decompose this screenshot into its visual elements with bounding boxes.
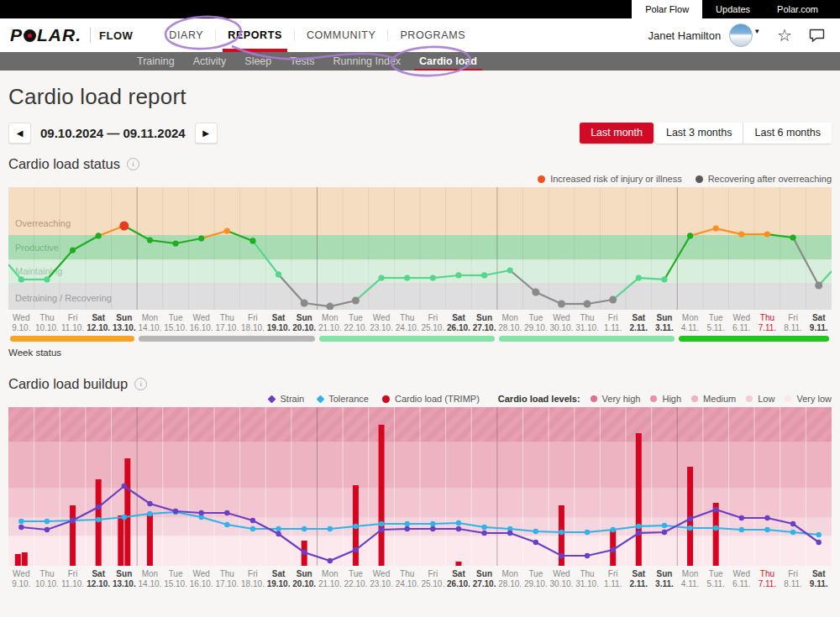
cardio-load-levels-label: Cardio load levels: — [498, 394, 580, 404]
range-button-last-month[interactable]: Last month — [580, 123, 654, 144]
axis-day-label: Wed16.10. — [188, 569, 214, 588]
nav-item-community[interactable]: COMMUNITY — [296, 18, 386, 52]
avatar[interactable] — [729, 24, 753, 47]
subnav-item-cardio-load[interactable]: Cardio load — [410, 52, 486, 71]
date-range: 09.10.2024 — 09.11.2024 — [40, 126, 186, 140]
buildup-x-axis: Wed9.10.Thu10.10.Fri11.10.Sat12.10.Sun13… — [8, 569, 832, 588]
prev-period-button[interactable]: ◀ — [8, 123, 31, 144]
legend-item: Tolerance — [318, 394, 369, 404]
axis-day-label: Sat19.10. — [265, 569, 291, 588]
info-icon[interactable]: i — [127, 158, 139, 170]
legend-diamond-icon — [268, 395, 276, 403]
legend-item: Very low — [785, 394, 832, 404]
axis-day-label: Mon4.11. — [677, 313, 703, 332]
main-nav: DIARYREPORTSCOMMUNITYPROGRAMS — [158, 18, 476, 52]
week-status-segment — [10, 336, 134, 342]
axis-day-label: Sat2.11. — [626, 569, 652, 588]
info-icon[interactable]: i — [134, 378, 147, 390]
polar-logo-text: PLAR. — [10, 25, 81, 45]
flow-label: FLOW — [99, 29, 133, 42]
topbar-tab-updates[interactable]: Updates — [702, 0, 764, 18]
range-button-last-6-months[interactable]: Last 6 months — [743, 123, 832, 144]
status-x-axis: Wed9.10.Thu10.10.Fri11.10.Sat12.10.Sun13… — [8, 313, 832, 332]
page-content: Cardio load report ◀ 09.10.2024 — 09.11.… — [0, 84, 840, 588]
status-legend: Increased risk of injury or illnessRecov… — [8, 173, 832, 185]
legend-label: Tolerance — [328, 394, 369, 404]
axis-day-label: Sat9.11. — [806, 569, 832, 588]
level-dot-icon — [746, 395, 753, 402]
legend-circle-icon — [382, 395, 390, 403]
axis-day-label: Tue22.10. — [343, 569, 369, 588]
axis-day-label: Sun3.11. — [652, 313, 678, 332]
axis-day-label: Wed23.10. — [369, 569, 395, 588]
axis-day-label: Tue29.10. — [523, 569, 549, 588]
legend-label: Low — [758, 394, 774, 404]
axis-day-label: Thu7.11. — [754, 313, 780, 332]
axis-day-label: Sat19.10. — [265, 313, 291, 332]
nav-item-reports[interactable]: REPORTS — [217, 18, 293, 52]
axis-day-label: Fri25.10. — [420, 313, 446, 332]
axis-day-label: Sat26.10. — [446, 313, 472, 332]
favorites-star-icon[interactable]: ☆ — [777, 27, 792, 44]
nav-divider — [387, 29, 388, 41]
range-button-last-3-months[interactable]: Last 3 months — [655, 123, 743, 144]
legend-item: Recovering after overreaching — [696, 174, 832, 184]
axis-day-label: Tue22.10. — [343, 313, 369, 332]
nav-item-diary[interactable]: DIARY — [158, 18, 214, 52]
next-period-button[interactable]: ▶ — [195, 123, 218, 144]
legend-item: Low — [746, 394, 774, 404]
axis-day-label: Thu31.10. — [575, 569, 601, 588]
svg-text:Detraining / Recovering: Detraining / Recovering — [15, 293, 112, 303]
report-controls: ◀ 09.10.2024 — 09.11.2024 ▶ Last monthLa… — [8, 123, 832, 144]
axis-day-label: Mon14.10. — [137, 569, 163, 588]
axis-day-label: Sun27.10. — [471, 569, 497, 588]
axis-day-label: Sat26.10. — [446, 569, 472, 588]
subnav-item-activity[interactable]: Activity — [184, 52, 236, 71]
subnav-item-training[interactable]: Training — [128, 52, 184, 71]
feedback-chat-icon[interactable] — [809, 29, 825, 42]
legend-diamond-icon — [317, 395, 325, 403]
week-status-segment — [679, 336, 829, 342]
header-right: Janet Hamilton ▼ ☆ — [648, 18, 840, 52]
subnav-item-sleep[interactable]: Sleep — [235, 52, 281, 71]
week-status-label: Week status — [8, 348, 832, 358]
topbar-tab-polarcom[interactable]: Polar.com — [764, 0, 832, 18]
axis-day-label: Fri11.10. — [60, 313, 86, 332]
axis-day-label: Wed30.10. — [549, 313, 575, 332]
buildup-chart-svg — [8, 407, 832, 566]
page-title: Cardio load report — [8, 84, 832, 110]
legend-dot-icon — [538, 175, 545, 183]
axis-day-label: Tue15.10. — [163, 313, 189, 332]
legend-item: High — [650, 394, 681, 404]
svg-text:Productive: Productive — [15, 243, 59, 253]
subnav-item-running-index[interactable]: Running Index — [323, 52, 410, 71]
axis-day-label: Fri8.11. — [780, 313, 806, 332]
legend-label: Medium — [703, 394, 736, 404]
user-name[interactable]: Janet Hamilton — [648, 29, 721, 42]
legend-label: Increased risk of injury or illness — [550, 174, 682, 184]
legend-dot-icon — [696, 175, 703, 183]
axis-day-label: Thu10.10. — [34, 569, 60, 588]
nav-item-programs[interactable]: PROGRAMS — [389, 18, 476, 52]
reports-subnav: TrainingActivitySleepTestsRunning IndexC… — [0, 52, 840, 71]
subnav-item-tests[interactable]: Tests — [281, 52, 323, 71]
axis-day-label: Tue5.11. — [703, 569, 729, 588]
axis-day-label: Thu7.11. — [754, 569, 780, 588]
buildup-section-heading: Cardio load buildup i — [8, 376, 832, 392]
chevron-down-icon[interactable]: ▼ — [753, 28, 760, 35]
polar-logo[interactable]: PLAR. FLOW — [0, 18, 133, 52]
axis-day-label: Sun20.10. — [291, 569, 318, 588]
range-buttons: Last monthLast 3 monthsLast 6 months — [580, 123, 832, 144]
axis-day-label: Tue29.10. — [523, 313, 549, 332]
axis-day-label: Mon14.10. — [137, 313, 163, 332]
axis-day-label: Tue5.11. — [703, 313, 729, 332]
svg-text:Overreaching: Overreaching — [15, 218, 71, 228]
level-dot-icon — [650, 395, 657, 402]
status-chart-svg: Detraining / RecoveringMaintainingProduc… — [8, 187, 832, 310]
topbar-tab-polarflow[interactable]: Polar Flow — [632, 0, 702, 18]
axis-day-label: Fri18.10. — [240, 313, 266, 332]
axis-day-label: Mon4.11. — [677, 569, 703, 588]
axis-day-label: Wed9.10. — [8, 313, 34, 332]
week-status-segment — [139, 336, 314, 342]
legend-label: Very high — [602, 394, 641, 404]
